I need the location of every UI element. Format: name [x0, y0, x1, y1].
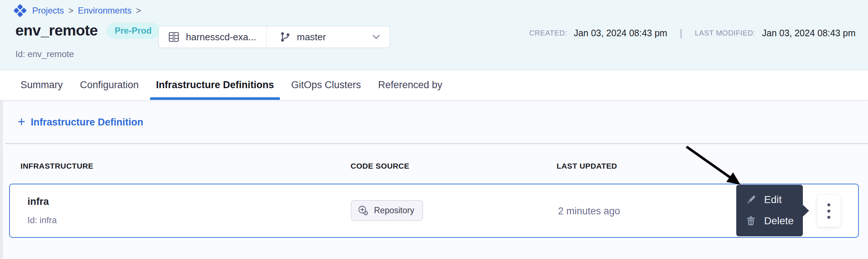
remote-repository-icon: [358, 205, 369, 217]
column-header-last-updated: LAST UPDATED: [557, 162, 617, 170]
environment-type-badge: Pre-Prod: [106, 23, 160, 39]
pencil-icon: [745, 194, 757, 206]
tab-infrastructure-definitions[interactable]: Infrastructure Definitions: [156, 70, 274, 100]
add-infrastructure-definition-button[interactable]: + Infrastructure Definition: [18, 116, 143, 128]
tab-referenced-by[interactable]: Referenced by: [378, 70, 442, 100]
environment-id: Id: env_remote: [15, 49, 74, 59]
created-value: Jan 03, 2024 08:43 pm: [574, 28, 667, 38]
meta-divider: |: [680, 27, 682, 39]
repo-selector[interactable]: harnesscd-exa...: [159, 26, 267, 48]
menu-item-delete[interactable]: Delete: [736, 210, 803, 232]
metadata-bar: CREATED: Jan 03, 2024 08:43 pm | LAST MO…: [529, 27, 856, 39]
branch-name: master: [297, 31, 326, 43]
breadcrumb-projects[interactable]: Projects: [32, 5, 64, 16]
trash-icon: [745, 215, 757, 227]
last-modified-label: LAST MODIFIED:: [695, 29, 756, 37]
column-header-code-source: CODE SOURCE: [351, 162, 409, 170]
tab-summary[interactable]: Summary: [20, 70, 63, 100]
code-source-label: Repository: [374, 206, 414, 215]
menu-item-edit[interactable]: Edit: [736, 189, 803, 210]
breadcrumb-separator: >: [136, 5, 141, 16]
last-updated-value: 2 minutes ago: [558, 206, 620, 217]
table-row[interactable]: infra Id: infra Repository 2 minutes ago: [9, 184, 859, 238]
tab-bar: Summary Configuration Infrastructure Def…: [0, 70, 868, 100]
page-header: Projects > Environments > env_remote Pre…: [0, 0, 868, 70]
section-divider: [5, 143, 868, 144]
repository-icon: [168, 31, 180, 43]
branch-selector[interactable]: master: [267, 31, 389, 43]
created-label: CREATED:: [529, 29, 567, 37]
row-options-button[interactable]: [817, 195, 841, 227]
breadcrumb-separator: >: [68, 5, 74, 16]
infrastructure-name: infra: [27, 196, 49, 207]
repo-name: harnesscd-exa...: [186, 31, 256, 43]
tab-configuration[interactable]: Configuration: [80, 70, 139, 100]
page-title: env_remote: [15, 22, 98, 39]
code-source-chip: Repository: [351, 200, 423, 221]
plus-icon: +: [18, 115, 25, 128]
kebab-icon: [827, 203, 830, 206]
column-header-infrastructure: INFRASTRUCTURE: [20, 162, 93, 170]
last-modified-value: Jan 03, 2024 08:43 pm: [762, 28, 856, 38]
harness-project-icon: [12, 3, 28, 18]
git-context-selector: harnesscd-exa... master: [158, 26, 390, 48]
git-branch-icon: [279, 31, 291, 43]
chevron-down-icon: [372, 34, 380, 40]
tab-gitops-clusters[interactable]: GitOps Clusters: [291, 70, 361, 100]
breadcrumb-environments[interactable]: Environments: [78, 5, 132, 16]
breadcrumb: Projects > Environments >: [12, 3, 141, 18]
row-context-menu: Edit Delete: [736, 185, 803, 236]
left-edge-strip: [0, 101, 3, 259]
infrastructure-id: Id: infra: [27, 215, 57, 225]
